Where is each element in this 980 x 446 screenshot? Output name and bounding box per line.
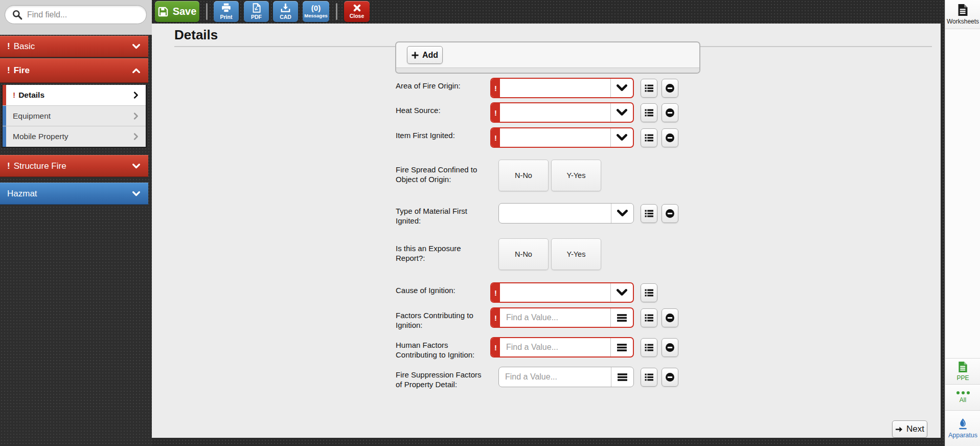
next-button[interactable]: Next bbox=[892, 420, 927, 438]
chevron-right-icon bbox=[133, 113, 138, 120]
right-rail: Worksheets PPE All Apparatus bbox=[945, 0, 980, 446]
search-input[interactable] bbox=[27, 10, 139, 19]
field-label: Human Factors Contributing to Ignition: bbox=[396, 337, 490, 360]
chevron-right-icon bbox=[133, 133, 138, 140]
arrow-right-icon bbox=[895, 426, 903, 433]
code-lookup-button[interactable] bbox=[641, 79, 657, 98]
apparatus-label: Apparatus bbox=[948, 432, 977, 439]
sidebar-item-equipment[interactable]: Equipment bbox=[3, 106, 146, 126]
minus-circle-icon bbox=[665, 209, 675, 218]
required-marker: ! bbox=[491, 283, 500, 302]
required-marker: ! bbox=[7, 41, 10, 52]
code-lookup-button[interactable] bbox=[641, 204, 657, 223]
main-content: Details Add Area of Fire Origin: ! Heat … bbox=[152, 24, 941, 438]
no-button[interactable]: N-No bbox=[498, 238, 549, 270]
clear-field-button[interactable] bbox=[662, 338, 678, 357]
ppe-button[interactable]: PPE bbox=[945, 358, 980, 385]
worksheets-button[interactable]: Worksheets bbox=[945, 0, 980, 29]
messages-button[interactable]: (0) Messages bbox=[303, 1, 329, 22]
menu-icon[interactable] bbox=[610, 308, 633, 327]
human-factors-field[interactable]: ! bbox=[490, 337, 634, 358]
ppe-document-icon bbox=[958, 362, 968, 372]
yes-button[interactable]: Y-Yes bbox=[551, 238, 601, 270]
required-marker: ! bbox=[491, 338, 500, 356]
sidebar-item-label: Hazmat bbox=[7, 189, 37, 199]
sidebar-item-label: Structure Fire bbox=[14, 161, 66, 171]
type-of-material-select[interactable] bbox=[498, 203, 634, 224]
code-lookup-button[interactable] bbox=[641, 368, 657, 387]
sidebar-item-basic[interactable]: ! Basic bbox=[0, 36, 148, 57]
find-value-input[interactable] bbox=[505, 372, 611, 382]
code-lookup-button[interactable] bbox=[641, 128, 657, 147]
no-button[interactable]: N-No bbox=[498, 160, 549, 191]
heat-source-select[interactable]: ! bbox=[490, 102, 634, 123]
next-button-label: Next bbox=[906, 424, 924, 434]
pdf-button[interactable]: PDF bbox=[244, 1, 269, 22]
clear-field-button[interactable] bbox=[662, 103, 678, 122]
find-value-input[interactable] bbox=[506, 343, 610, 352]
ppe-label: PPE bbox=[956, 374, 969, 382]
sidebar-item-label: Details bbox=[18, 91, 44, 100]
add-button[interactable]: Add bbox=[407, 46, 443, 64]
close-button-label: Close bbox=[350, 13, 364, 19]
minus-circle-icon bbox=[665, 83, 675, 93]
factors-contributing-field[interactable]: ! bbox=[490, 307, 634, 328]
ellipsis-icon bbox=[956, 391, 970, 394]
close-button[interactable]: Close bbox=[344, 1, 370, 22]
top-toolbar: Save Print PDF CAD (0) Messages Close bbox=[152, 0, 941, 24]
messages-count: (0) bbox=[311, 5, 321, 12]
cad-button[interactable]: CAD bbox=[273, 1, 298, 22]
floppy-icon bbox=[158, 7, 168, 17]
page-title: Details bbox=[174, 27, 218, 43]
clear-field-button[interactable] bbox=[662, 79, 678, 98]
code-lookup-button[interactable] bbox=[641, 283, 657, 302]
apparatus-flame-icon bbox=[959, 418, 967, 430]
all-button[interactable]: All bbox=[945, 385, 980, 411]
clear-field-button[interactable] bbox=[662, 308, 678, 327]
save-button-label: Save bbox=[173, 6, 197, 17]
apparatus-button[interactable]: Apparatus bbox=[945, 411, 980, 446]
chevron-down-icon bbox=[610, 103, 633, 122]
sidebar-item-fire[interactable]: ! Fire bbox=[0, 58, 148, 83]
sidebar-item-mobile-property[interactable]: Mobile Property bbox=[3, 126, 146, 147]
code-lookup-button[interactable] bbox=[641, 338, 657, 357]
fire-suppression-field[interactable] bbox=[498, 367, 634, 387]
sidebar-item-structure-fire[interactable]: ! Structure Fire bbox=[0, 155, 148, 177]
list-icon bbox=[645, 84, 653, 92]
form-row-item-first-ignited: Item First Ignited: ! bbox=[396, 127, 678, 148]
code-lookup-button[interactable] bbox=[641, 308, 657, 327]
field-search[interactable] bbox=[5, 5, 147, 24]
required-marker: ! bbox=[491, 103, 500, 122]
print-button[interactable]: Print bbox=[214, 1, 239, 22]
menu-icon[interactable] bbox=[611, 367, 633, 387]
item-first-ignited-select[interactable]: ! bbox=[490, 127, 634, 148]
required-marker: ! bbox=[13, 91, 15, 100]
area-of-fire-origin-select[interactable]: ! bbox=[490, 78, 634, 98]
code-lookup-button[interactable] bbox=[641, 103, 657, 122]
field-label: Area of Fire Origin: bbox=[396, 78, 490, 91]
chevron-down-icon bbox=[132, 44, 140, 49]
sidebar-item-hazmat[interactable]: Hazmat bbox=[0, 183, 148, 205]
clear-field-button[interactable] bbox=[662, 368, 678, 387]
list-icon bbox=[645, 289, 653, 297]
sidebar-item-details[interactable]: ! Details bbox=[3, 85, 146, 106]
menu-icon[interactable] bbox=[610, 338, 633, 356]
save-button[interactable]: Save bbox=[155, 1, 199, 22]
yes-button[interactable]: Y-Yes bbox=[551, 160, 601, 191]
find-value-input[interactable] bbox=[506, 313, 610, 322]
form-row-heat-source: Heat Source: ! bbox=[396, 102, 678, 123]
left-sidebar: ! Basic ! Fire ! Details Equipment bbox=[0, 0, 152, 446]
add-panel: Add bbox=[395, 41, 700, 74]
close-icon bbox=[353, 4, 361, 12]
minus-circle-icon bbox=[665, 343, 675, 352]
form-row-factors-contributing: Factors Contributing to Ignition: ! bbox=[396, 307, 678, 330]
clear-field-button[interactable] bbox=[662, 204, 678, 223]
chevron-down-icon bbox=[610, 128, 633, 147]
sidebar-search-area bbox=[0, 0, 152, 35]
worksheets-document-icon bbox=[958, 4, 968, 16]
form-row-exposure-report: Is this an Exposure Report?: N-No Y-Yes bbox=[396, 238, 604, 270]
minus-circle-icon bbox=[665, 372, 675, 382]
fire-submenu: ! Details Equipment Mobile Property bbox=[2, 85, 147, 148]
cause-of-ignition-select[interactable]: ! bbox=[490, 282, 634, 303]
clear-field-button[interactable] bbox=[662, 128, 678, 147]
